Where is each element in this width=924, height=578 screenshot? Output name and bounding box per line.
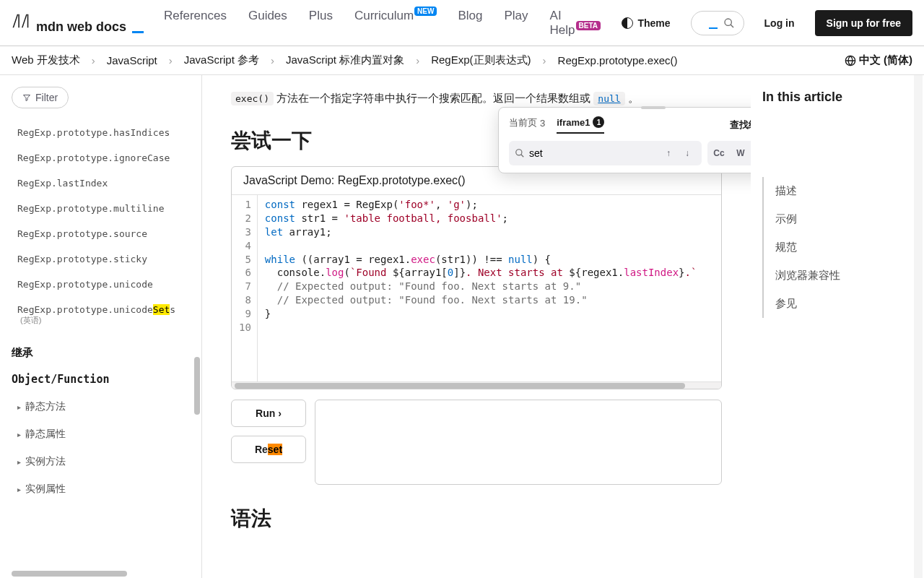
sidebar-group-static-props[interactable]: 静态属性 [12, 420, 201, 448]
find-options: Cc W .* [707, 141, 751, 165]
search-icon [515, 148, 525, 158]
sidebar-group-instance-methods[interactable]: 实例方法 [12, 448, 201, 475]
sidebar-item-ignorecase[interactable]: RegExp.prototype.ignoreCase [12, 145, 201, 171]
toc-item-compat[interactable]: 浏览器兼容性 [775, 262, 912, 290]
find-prev-button[interactable]: ↑ [660, 144, 677, 162]
badge-beta: BETA [576, 21, 601, 30]
nav-references[interactable]: References [164, 9, 227, 38]
toc-title: In this article [762, 90, 912, 105]
find-next-button[interactable]: ↓ [679, 144, 696, 162]
demo-controls: Run › Reset [231, 400, 722, 485]
main-nav: References Guides Plus CurriculumNEW Blo… [164, 9, 601, 38]
page-grid: Filter RegExp.prototype.hasIndices RegEx… [0, 75, 924, 578]
reset-pre: Re [255, 444, 268, 455]
crumb-1[interactable]: JavaScript [107, 54, 157, 66]
nav-play[interactable]: Play [504, 9, 528, 38]
sidebar-groups: 静态方法 静态属性 实例方法 实例属性 [12, 393, 201, 503]
filter-icon [22, 93, 31, 102]
find-tab-iframe-count: 1 [593, 116, 604, 128]
sidebar-vscrollbar[interactable] [194, 357, 200, 415]
code-editor[interactable]: 1 2 3 4 5 6 7 8 9 10 const regex1 = RegE… [232, 195, 721, 381]
crumb-5[interactable]: RegExp.prototype.exec() [558, 54, 678, 66]
sidebar-group-instance-props[interactable]: 实例属性 [12, 475, 201, 503]
find-result-label: 查找结果： [730, 119, 751, 130]
toc-item-seealso[interactable]: 参见 [775, 290, 912, 318]
sidebar-item-unicodesets-tag: (英语) [20, 315, 196, 326]
nav-aihelp[interactable]: AI HelpBETA [550, 9, 602, 38]
crumb-3[interactable]: JavaScript 标准内置对象 [286, 53, 404, 67]
chevron-right-icon: › [416, 54, 419, 66]
find-opt-word[interactable]: W [731, 143, 751, 163]
sidebar-filter-label: Filter [35, 92, 58, 103]
mdn-logo-icon [12, 11, 32, 31]
chevron-right-icon: › [271, 54, 274, 66]
sidebar-nav: RegExp.prototype.hasIndices RegExp.proto… [12, 120, 201, 333]
article-main: exec() 方法在一个指定字符串中执行一个搜索匹配。返回一个结果数组或 nul… [202, 75, 751, 578]
find-tab-iframe1[interactable]: iframe1 1 [557, 116, 604, 134]
svg-line-4 [521, 155, 524, 158]
toc-item-description[interactable]: 描述 [775, 177, 912, 205]
crumb-2[interactable]: JavaScript 参考 [184, 53, 259, 67]
breadcrumb: Web 开发技术› JavaScript› JavaScript 参考› Jav… [0, 46, 924, 75]
toc-item-examples[interactable]: 示例 [775, 205, 912, 233]
search-underscore [709, 27, 718, 29]
site-search[interactable] [691, 11, 744, 35]
badge-new: NEW [414, 7, 437, 16]
demo-output [315, 400, 722, 485]
find-opt-case[interactable]: Cc [709, 143, 729, 163]
topbar: mdn web docs References Guides Plus Curr… [0, 0, 924, 46]
nav-guides[interactable]: Guides [248, 9, 287, 38]
sidebar-item-hasindices[interactable]: RegExp.prototype.hasIndices [12, 120, 201, 145]
theme-toggle[interactable]: Theme [622, 17, 670, 29]
language-selector[interactable]: 中文 (简体) [845, 53, 912, 67]
nav-curriculum-label: Curriculum [354, 9, 414, 22]
demo-hscroll-thumb[interactable] [235, 383, 685, 389]
highlight-match: Set [153, 304, 170, 315]
sidebar-item-unicodesets[interactable]: RegExp.prototype.unicodeSets (英语) [12, 297, 201, 333]
logo[interactable]: mdn web docs [12, 11, 144, 35]
chevron-right-icon: › [169, 54, 173, 66]
find-tab-iframe-label: iframe1 [557, 117, 590, 128]
sidebar-item-multiline[interactable]: RegExp.prototype.multiline [12, 196, 201, 221]
find-input-wrap: ↑ ↓ [509, 141, 702, 165]
toc-item-spec[interactable]: 规范 [775, 233, 912, 262]
highlight-current: set [268, 444, 282, 455]
logo-text: mdn web docs [36, 20, 126, 35]
reset-button[interactable]: Reset [231, 436, 306, 463]
null-link[interactable]: null [593, 92, 624, 104]
sidebar-item-source[interactable]: RegExp.prototype.source [12, 221, 201, 246]
sidebar-hscrollbar[interactable] [12, 571, 127, 577]
find-drag-handle[interactable] [641, 106, 666, 109]
signup-button[interactable]: Sign up for free [815, 10, 912, 36]
language-label: 中文 (简体) [859, 53, 912, 67]
demo-hscrollbar[interactable] [232, 381, 721, 389]
find-input[interactable] [525, 147, 660, 159]
sidebar-item-unicodesets-pre: RegExp.prototype.unicode [17, 304, 153, 315]
toc-list: 描述 示例 规范 浏览器兼容性 参见 [762, 177, 912, 318]
page-vscrollbar[interactable] [914, 75, 923, 578]
nav-plus[interactable]: Plus [309, 9, 333, 38]
crumb-0[interactable]: Web 开发技术 [12, 53, 80, 67]
toc: In this article 描述 示例 规范 浏览器兼容性 参见 [751, 75, 924, 578]
sidebar-heading-objfunc: Object/Function [12, 373, 201, 386]
intro-paragraph: exec() 方法在一个指定字符串中执行一个搜索匹配。返回一个结果数组或 nul… [231, 90, 722, 107]
sidebar-item-lastindex[interactable]: RegExp.lastIndex [12, 171, 201, 196]
nav-blog[interactable]: Blog [458, 9, 482, 38]
intro-code: exec() [231, 92, 274, 105]
run-button[interactable]: Run › [231, 400, 306, 427]
nav-aihelp-label: AI Help [550, 9, 575, 37]
sidebar-group-static-methods[interactable]: 静态方法 [12, 393, 201, 420]
search-icon [723, 17, 735, 29]
sidebar-filter[interactable]: Filter [12, 87, 69, 108]
theme-label: Theme [637, 17, 670, 29]
null-code: null [593, 92, 624, 105]
find-tab-current[interactable]: 当前页 3 [509, 116, 545, 134]
code-content: const regex1 = RegExp('foo*', 'g'); cons… [258, 195, 705, 381]
interactive-demo: JavaScript Demo: RegExp.prototype.exec()… [231, 166, 722, 389]
sidebar-item-sticky[interactable]: RegExp.prototype.sticky [12, 246, 201, 272]
intro-text-a: 方法在一个指定字符串中执行一个搜索匹配。返回一个结果数组或 [274, 92, 593, 104]
sidebar-item-unicode[interactable]: RegExp.prototype.unicode [12, 272, 201, 297]
nav-curriculum[interactable]: CurriculumNEW [354, 9, 437, 38]
crumb-4[interactable]: RegExp(正则表达式) [431, 53, 531, 67]
login-link[interactable]: Log in [764, 17, 795, 29]
